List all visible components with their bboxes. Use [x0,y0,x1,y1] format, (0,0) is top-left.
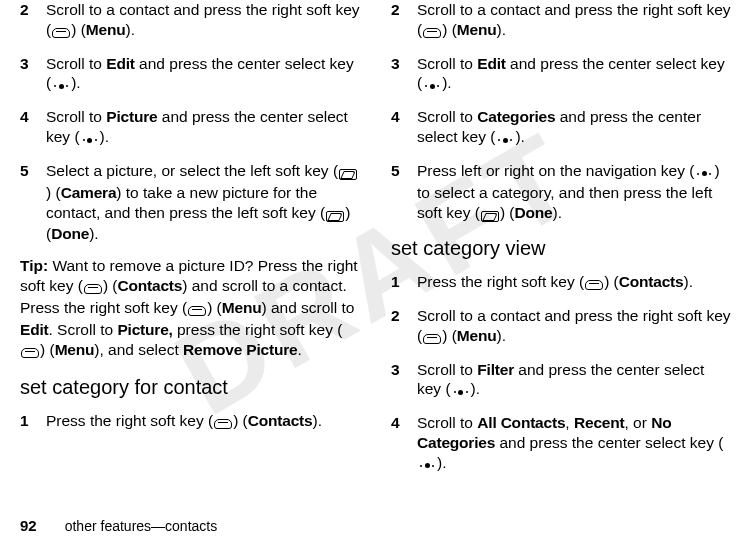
edit-label: Edit [20,321,48,338]
text: ) ( [103,277,118,294]
soft-key-icon [20,342,40,362]
footer-section: other features—contacts [65,518,218,534]
remove-picture-label: Remove Picture [183,341,297,358]
right-sub-step-3: 3 Scroll to Filter and press the center … [391,360,732,402]
soft-key-icon [325,205,345,225]
text: Scroll to [46,108,106,125]
step-number: 4 [391,107,417,149]
left-column: 2 Scroll to a contact and press the righ… [20,0,361,490]
done-label: Done [515,204,553,221]
text: Scroll to [417,361,477,378]
soft-key-icon [187,300,207,320]
filter-label: Filter [477,361,514,378]
step-text: Press the right soft key () (Contacts). [417,272,732,294]
step-text: Scroll to Picture and press the center s… [46,107,361,149]
camera-label: Camera [61,184,117,201]
edit-label: Edit [106,55,134,72]
text: Scroll to [417,414,477,431]
menu-label: Menu [457,327,497,344]
center-select-icon [694,163,714,183]
right-step-5: 5 Press left or right on the navigation … [391,161,732,224]
text: Select a picture, or select the left sof… [46,162,338,179]
text: Press the right soft key ( [46,412,213,429]
step-text: Scroll to Edit and press the center sele… [417,54,732,96]
step-text: Scroll to Edit and press the center sele… [46,54,361,96]
soft-key-icon [83,278,103,298]
text: ) and scroll to [261,299,354,316]
text: Scroll to [46,55,106,72]
text: ) ( [604,273,619,290]
right-sub-step-1: 1 Press the right soft key () (Contacts)… [391,272,732,294]
text: ) ( [40,341,55,358]
heading-set-category-view: set category view [391,236,732,262]
menu-label: Menu [222,299,262,316]
text: ) ( [500,204,515,221]
step-number: 2 [20,0,46,42]
picture-label: Picture [106,108,157,125]
page-footer: 92 other features—contacts [20,517,217,534]
contacts-label: Contacts [619,273,684,290]
recent-label: Recent [574,414,624,431]
right-step-3: 3 Scroll to Edit and press the center se… [391,54,732,96]
step-number: 1 [20,411,46,433]
contacts-label: Contacts [248,412,313,429]
center-select-icon [80,129,100,149]
text: ) ( [46,184,61,201]
soft-key-icon [213,413,233,433]
text: ), and select [94,341,183,358]
step-number: 3 [391,54,417,96]
page-content: 2 Scroll to a contact and press the righ… [0,0,752,500]
center-select-icon [417,455,437,475]
menu-label: Menu [457,21,497,38]
center-select-icon [495,129,515,149]
step-number: 2 [391,306,417,348]
step-number: 3 [20,54,46,96]
text: ). [125,21,134,38]
left-step-4: 4 Scroll to Picture and press the center… [20,107,361,149]
soft-key-icon [422,328,442,348]
text: ). [442,74,451,91]
step-number: 4 [391,413,417,474]
edit-label: Edit [477,55,505,72]
text: ). [496,327,505,344]
text: . Scroll to [48,321,117,338]
step-text: Scroll to a contact and press the right … [417,0,732,42]
categories-label: Categories [477,108,555,125]
left-sub-step-1: 1 Press the right soft key () (Contacts)… [20,411,361,433]
text: ). [471,380,480,397]
text: ). [312,412,321,429]
step-number: 4 [20,107,46,149]
text: ). [683,273,692,290]
right-column: 2 Scroll to a contact and press the righ… [391,0,732,490]
text: ). [89,225,98,242]
text: ). [71,74,80,91]
picture-label: Picture, [117,321,172,338]
step-number: 5 [391,161,417,224]
step-text: Scroll to a contact and press the right … [417,306,732,348]
left-step-5: 5 Select a picture, or select the left s… [20,161,361,244]
text: , [565,414,574,431]
text: ) ( [442,21,457,38]
left-step-3: 3 Scroll to Edit and press the center se… [20,54,361,96]
text: ) ( [442,327,457,344]
text: , or [624,414,651,431]
step-text: Select a picture, or select the left sof… [46,161,361,244]
menu-label: Menu [86,21,126,38]
text: ) ( [71,21,86,38]
tip-paragraph: Tip: Want to remove a picture ID? Press … [20,256,361,361]
menu-label: Menu [55,341,95,358]
text: Press the right soft key ( [417,273,584,290]
text: ). [515,128,524,145]
step-text: Scroll to Categories and press the cente… [417,107,732,149]
right-step-2: 2 Scroll to a contact and press the righ… [391,0,732,42]
text: Scroll to [417,108,477,125]
soft-key-icon [338,163,358,183]
center-select-icon [451,381,471,401]
all-contacts-label: All Contacts [477,414,565,431]
done-label: Done [51,225,89,242]
step-number: 3 [391,360,417,402]
step-number: 2 [391,0,417,42]
step-text: Scroll to All Contacts, Recent, or No Ca… [417,413,732,474]
tip-label: Tip: [20,257,48,274]
step-text: Press the right soft key () (Contacts). [46,411,361,433]
